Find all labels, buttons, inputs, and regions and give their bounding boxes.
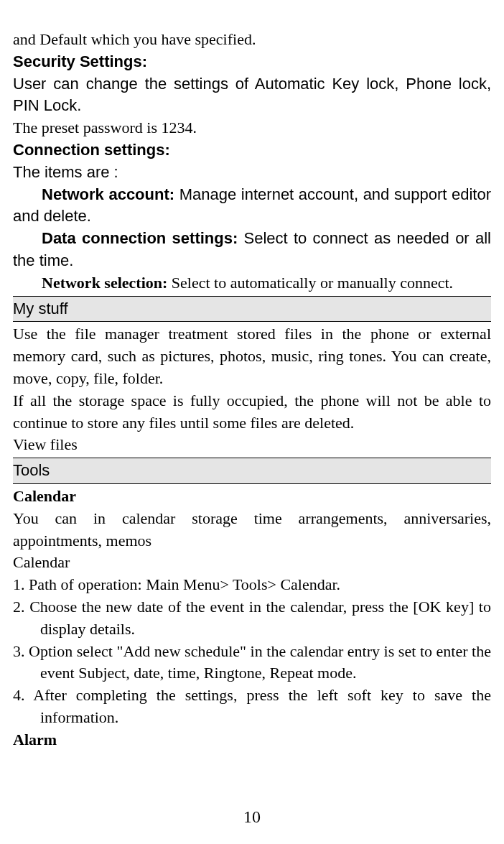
item-network-selection: Network selection: Select to automatical… bbox=[13, 272, 491, 295]
item-network-account: Network account: Manage internet account… bbox=[13, 184, 491, 228]
heading-alarm: Alarm bbox=[13, 729, 491, 751]
calendar-step-1: 1. Path of operation: Main Menu> Tools> … bbox=[13, 574, 491, 596]
calendar-step-2: 2. Choose the new date of the event in t… bbox=[13, 596, 491, 641]
label-network-account: Network account: bbox=[42, 185, 179, 203]
text-security-body: User can change the settings of Automati… bbox=[13, 73, 491, 118]
text-mystuff-p1: Use the file manager treatment stored fi… bbox=[13, 323, 491, 389]
text-calendar-sub: Calendar bbox=[13, 552, 491, 574]
page-number: 10 bbox=[0, 805, 504, 830]
heading-calendar: Calendar bbox=[13, 486, 491, 508]
body-network-selection: Select to automatically or manually conn… bbox=[172, 274, 453, 292]
calendar-step-3: 3. Option select "Add new schedule" in t… bbox=[13, 641, 491, 685]
text-line: and Default which you have specified. bbox=[13, 29, 491, 51]
text-view-files: View files bbox=[13, 434, 491, 456]
section-heading-my-stuff: My stuff bbox=[13, 296, 491, 323]
section-heading-tools: Tools bbox=[13, 458, 491, 484]
text-preset-password: The preset password is 1234. bbox=[13, 117, 491, 139]
page-content: and Default which you have specified. Se… bbox=[13, 29, 491, 751]
text-items-are: The items are : bbox=[13, 162, 491, 184]
heading-connection-settings: Connection settings: bbox=[13, 139, 491, 162]
text-calendar-p1: You can in calendar storage time arrange… bbox=[13, 508, 491, 552]
heading-security-settings: Security Settings: bbox=[13, 51, 491, 73]
label-data-connection: Data connection settings: bbox=[42, 229, 244, 247]
item-data-connection: Data connection settings: Select to conn… bbox=[13, 228, 491, 272]
text-mystuff-p2: If all the storage space is fully occupi… bbox=[13, 390, 491, 435]
calendar-step-4: 4. After completing the settings, press … bbox=[13, 685, 491, 729]
label-network-selection: Network selection: bbox=[42, 274, 172, 292]
